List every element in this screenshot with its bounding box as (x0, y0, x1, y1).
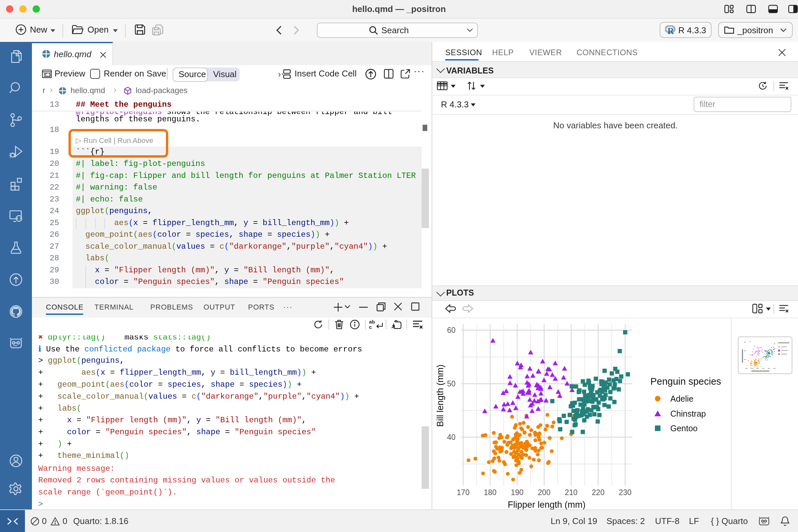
svg-text:220: 220 (592, 488, 605, 497)
svg-text:Chinstrap: Chinstrap (670, 409, 706, 418)
svg-text:230: 230 (619, 488, 631, 497)
svg-text:40: 40 (447, 433, 456, 441)
svg-text:Penguin species: Penguin species (650, 376, 721, 387)
svg-text:Flipper length (mm): Flipper length (mm) (508, 500, 586, 509)
svg-text:R: R (668, 26, 674, 35)
svg-text:ab: ab (369, 319, 375, 324)
svg-text:Adelie: Adelie (670, 394, 694, 403)
svg-text:170: 170 (457, 488, 470, 497)
svg-text:50: 50 (447, 379, 456, 388)
svg-text:200: 200 (538, 488, 550, 497)
svg-text:180: 180 (484, 488, 496, 497)
svg-text:Gentoo: Gentoo (670, 424, 698, 433)
svg-text:c: c (369, 324, 372, 329)
svg-text:190: 190 (511, 488, 524, 497)
svg-text:210: 210 (565, 488, 577, 497)
svg-text:Bill length (mm): Bill length (mm) (435, 364, 445, 427)
svg-text:60: 60 (447, 326, 456, 335)
